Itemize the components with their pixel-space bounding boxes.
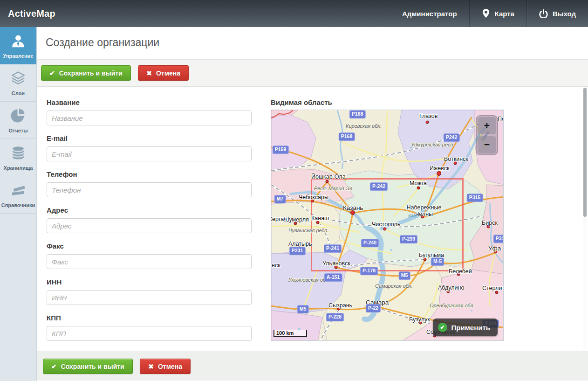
sidebar-item-storages[interactable]: Хранилища xyxy=(0,139,36,176)
power-icon xyxy=(539,9,548,18)
map-pin-icon xyxy=(482,8,490,19)
city-label: Стерлита xyxy=(482,285,504,291)
city-label: Воткинск xyxy=(444,156,468,162)
map-zoom-control: + − xyxy=(476,115,498,155)
layers-icon xyxy=(10,70,26,87)
city-label: Шумерля xyxy=(284,216,309,223)
form-field: Адрес xyxy=(47,206,252,233)
field-label: Факс xyxy=(47,242,252,250)
map-link[interactable]: Карта xyxy=(470,0,526,27)
road-badge: Р-228 xyxy=(326,313,344,321)
city-label: Чистополь xyxy=(372,221,400,228)
cancel-button-label: Отмена xyxy=(158,363,182,370)
road-badge: P315 xyxy=(493,235,504,243)
city-label: Пе xyxy=(498,116,504,122)
form-field: ИНН xyxy=(47,278,252,305)
sidebar-item-label: Отчеты xyxy=(8,128,27,133)
city-label: Ульяновск xyxy=(322,260,350,267)
form-scrollbar[interactable] xyxy=(583,88,587,349)
city-label: нск xyxy=(272,262,280,269)
field-input[interactable] xyxy=(47,326,252,341)
city-label: Канаш xyxy=(311,215,329,222)
city-label: Ижевск xyxy=(430,165,450,172)
cancel-button[interactable]: ✖ Отмена xyxy=(138,65,189,81)
form-field: Телефон xyxy=(47,170,252,197)
form-area: Название E-mail Телефон Адрес xyxy=(37,87,588,351)
region-label: Респ. Марий-Эл xyxy=(314,186,352,191)
field-label: E-mail xyxy=(47,134,252,142)
page-header: Создание организации xyxy=(37,27,588,60)
database-icon xyxy=(10,145,26,161)
sidebar-item-label: Слои xyxy=(12,90,25,96)
city-label: Белебей xyxy=(449,268,472,275)
sidebar-item-layers[interactable]: Слои xyxy=(0,64,36,102)
check-circle-icon: ✔ xyxy=(438,323,447,332)
field-label: Телефон xyxy=(47,170,252,178)
logout-label: Выход xyxy=(553,10,576,18)
sidebar-item-label: Управление xyxy=(3,53,33,59)
user-icon xyxy=(10,33,26,49)
books-icon xyxy=(10,182,26,199)
city-label: Бузулук xyxy=(409,316,430,323)
apply-button[interactable]: ✔ Применить xyxy=(433,319,498,336)
x-icon: ✖ xyxy=(146,69,152,77)
app-logo: ActiveMap xyxy=(8,0,55,27)
sidebar: Управление Слои Отчеты xyxy=(0,27,37,381)
city-label: Йошкар-Ола xyxy=(311,173,346,180)
top-bar: ActiveMap Администратор Карта Выход xyxy=(0,0,588,27)
cancel-button-label: Отмена xyxy=(156,69,180,77)
user-menu[interactable]: Администратор xyxy=(390,0,469,27)
organization-form: Название E-mail Телефон Адрес xyxy=(47,98,252,350)
road-badge: P315 xyxy=(467,194,483,202)
sidebar-item-management[interactable]: Управление xyxy=(0,27,36,64)
apply-button-label: Применить xyxy=(451,324,490,332)
city-label: Можга xyxy=(410,180,427,187)
road-badge: Р-242 xyxy=(370,182,388,191)
city-dot xyxy=(383,228,387,231)
map-scale-bar: 100 km xyxy=(273,330,307,337)
form-field: КПП xyxy=(47,314,252,341)
sidebar-item-label: Справочники xyxy=(1,202,35,208)
city-label: Чебоксары xyxy=(299,194,328,201)
field-input[interactable] xyxy=(47,111,252,125)
form-field: Название xyxy=(47,98,252,125)
save-button-label: Сохранить и выйти xyxy=(61,363,124,370)
field-input[interactable] xyxy=(47,182,252,197)
x-icon: ✖ xyxy=(148,363,154,370)
city-dot xyxy=(417,187,420,190)
form-field: Факс xyxy=(47,242,252,269)
region-label: Кировская обл. xyxy=(346,123,382,129)
field-input[interactable] xyxy=(47,254,252,269)
sidebar-item-reports[interactable]: Отчеты xyxy=(0,102,36,139)
bottom-toolbar: ✔ Сохранить и выйти ✖ Отмена xyxy=(37,351,588,381)
road-badge: Р-22 xyxy=(366,304,381,312)
field-input[interactable] xyxy=(47,290,252,305)
city-label: Алатырь xyxy=(288,241,312,247)
road-badge: P168 xyxy=(339,132,355,141)
save-button-label: Сохранить и выйти xyxy=(59,69,123,77)
zoom-out-button[interactable]: − xyxy=(478,136,496,153)
region-label: Удмуртская респ. xyxy=(411,142,455,147)
sidebar-item-directories[interactable]: Справочники xyxy=(0,176,36,214)
zoom-in-button[interactable]: + xyxy=(478,117,496,134)
toolbar: ✔ Сохранить и выйти ✖ Отмена xyxy=(37,60,588,87)
save-and-exit-button[interactable]: ✔ Сохранить и выйти xyxy=(41,65,131,81)
region-label: Чувашская респ. xyxy=(288,228,328,233)
logout-button[interactable]: Выход xyxy=(527,0,588,27)
road-badge: М-5 xyxy=(431,257,444,266)
field-input[interactable] xyxy=(47,146,252,161)
road-badge: М7 xyxy=(274,195,286,203)
field-input[interactable] xyxy=(47,218,252,233)
city-label: Казань xyxy=(343,204,363,212)
form-scrollbar-thumb[interactable] xyxy=(583,88,587,217)
map-canvas[interactable]: Кировская обл.Удмуртская респ.Респ. Мари… xyxy=(271,110,504,341)
field-label: КПП xyxy=(47,314,252,322)
form-field: E-mail xyxy=(47,134,252,161)
cancel-button-bottom[interactable]: ✖ Отмена xyxy=(140,359,191,374)
road-badge: Р-239 xyxy=(400,235,417,243)
road-badge: P159 xyxy=(273,145,289,154)
save-and-exit-button-bottom[interactable]: ✔ Сохранить и выйти xyxy=(43,359,133,374)
city-label: Бирск xyxy=(482,220,498,226)
road-badge: Р-178 xyxy=(360,267,378,275)
pie-chart-icon xyxy=(10,107,26,124)
